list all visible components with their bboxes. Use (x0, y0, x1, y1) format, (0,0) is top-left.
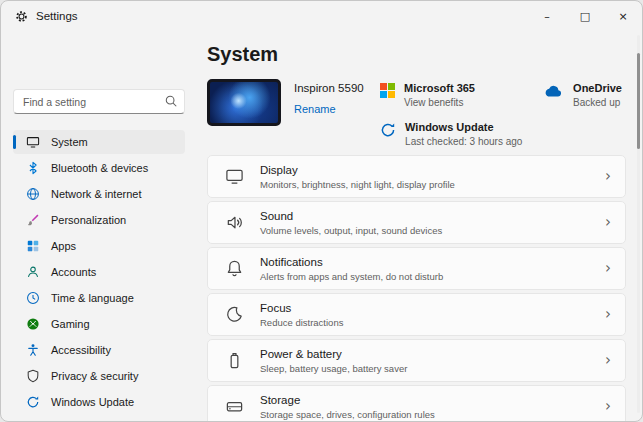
maximize-button[interactable]: □ (566, 1, 604, 31)
personalization-icon (25, 213, 40, 228)
row-focus[interactable]: Focus Reduce distractions › (207, 293, 626, 336)
sidebar-item-bluetooth-devices[interactable]: Bluetooth & devices (13, 156, 185, 180)
device-card: Inspiron 5590 Rename (207, 79, 364, 126)
sidebar: System Bluetooth & devices (1, 31, 197, 421)
selected-indicator (13, 135, 16, 149)
status-text: Windows Update Last checked: 3 hours ago (405, 121, 522, 147)
sidebar-item-label: Gaming (51, 318, 90, 330)
status-title: Microsoft 365 (404, 82, 475, 94)
row-storage[interactable]: Storage Storage space, drives, configura… (207, 385, 626, 422)
power-battery-icon (223, 351, 245, 370)
row-sound[interactable]: Sound Volume levels, output, input, soun… (207, 201, 626, 244)
row-power-battery[interactable]: Power & battery Sleep, battery usage, ba… (207, 339, 626, 382)
notifications-icon (223, 259, 245, 278)
privacy-security-icon (25, 369, 40, 384)
sidebar-item-apps[interactable]: Apps (13, 234, 185, 258)
status-title: OneDrive (573, 82, 622, 94)
sidebar-item-label: Personalization (51, 214, 126, 226)
app-title-group: Settings (15, 10, 78, 23)
sidebar-item-label: Accounts (51, 266, 96, 278)
minimize-button[interactable]: – (528, 1, 566, 31)
sidebar-item-privacy-security[interactable]: Privacy & security (13, 364, 185, 388)
focus-icon (223, 305, 245, 324)
row-title: Focus (260, 302, 605, 314)
sidebar-item-label: Time & language (51, 292, 134, 304)
sidebar-item-label: Apps (51, 240, 76, 252)
status-subtitle: Last checked: 3 hours ago (405, 136, 522, 147)
row-notifications[interactable]: Notifications Alerts from apps and syste… (207, 247, 626, 290)
system-icon (25, 135, 40, 150)
sidebar-item-accessibility[interactable]: Accessibility (13, 338, 185, 362)
microsoft-365-card[interactable]: Microsoft 365 View benefits (380, 82, 530, 108)
search-input[interactable] (13, 89, 185, 114)
sidebar-item-label: Privacy & security (51, 370, 138, 382)
sidebar-item-gaming[interactable]: Gaming (13, 312, 185, 336)
settings-window: Settings – □ × (0, 0, 643, 422)
row-subtitle: Reduce distractions (260, 317, 605, 328)
status-subtitle[interactable]: View benefits (404, 97, 475, 108)
sidebar-item-system[interactable]: System (13, 130, 185, 154)
sidebar-item-network-internet[interactable]: Network & internet (13, 182, 185, 206)
status-title: Windows Update (405, 121, 522, 133)
status-subtitle: Backed up (573, 97, 622, 108)
sidebar-nav: System Bluetooth & devices (13, 130, 185, 414)
windows-update-card[interactable]: Windows Update Last checked: 3 hours ago (380, 121, 530, 147)
app-title: Settings (36, 10, 78, 22)
row-subtitle: Volume levels, output, input, sound devi… (260, 225, 605, 236)
page-header: Inspiron 5590 Rename Microsoft 365 View … (207, 79, 626, 147)
row-text: Notifications Alerts from apps and syste… (260, 256, 605, 282)
apps-icon (25, 239, 40, 254)
sidebar-item-accounts[interactable]: Accounts (13, 260, 185, 284)
gaming-icon (25, 317, 40, 332)
sidebar-item-label: Windows Update (51, 396, 134, 408)
chevron-right-icon: › (605, 261, 611, 276)
status-text: Microsoft 365 View benefits (404, 82, 475, 108)
row-title: Sound (260, 210, 605, 222)
device-name: Inspiron 5590 (294, 82, 364, 94)
row-text: Sound Volume levels, output, input, soun… (260, 210, 605, 236)
row-subtitle: Storage space, drives, configuration rul… (260, 409, 605, 420)
search-box (13, 89, 185, 114)
sidebar-item-label: Network & internet (51, 188, 141, 200)
sidebar-item-windows-update[interactable]: Windows Update (13, 390, 185, 414)
sidebar-item-label: System (51, 136, 88, 148)
row-title: Notifications (260, 256, 605, 268)
network-icon (25, 187, 40, 202)
status-area: Microsoft 365 View benefits OneDrive Bac… (380, 82, 622, 147)
chevron-right-icon: › (605, 353, 611, 368)
scrollbar-track (637, 35, 640, 413)
row-subtitle: Sleep, battery usage, battery saver (260, 363, 605, 374)
time-language-icon (25, 291, 40, 306)
main-content: System Inspiron 5590 Rename Microsoft 36… (197, 31, 642, 421)
row-title: Display (260, 164, 605, 176)
row-subtitle: Alerts from apps and system, do not dist… (260, 271, 605, 282)
row-text: Power & battery Sleep, battery usage, ba… (260, 348, 605, 374)
settings-rows: Display Monitors, brightness, night ligh… (207, 155, 626, 422)
search-icon[interactable] (164, 94, 178, 108)
device-thumbnail (207, 79, 281, 126)
row-title: Storage (260, 394, 605, 406)
row-text: Focus Reduce distractions (260, 302, 605, 328)
status-text: OneDrive Backed up (573, 82, 622, 108)
bluetooth-icon (25, 161, 40, 176)
row-display[interactable]: Display Monitors, brightness, night ligh… (207, 155, 626, 198)
rename-link[interactable]: Rename (294, 103, 336, 115)
sidebar-item-label: Accessibility (51, 344, 111, 356)
close-button[interactable]: × (604, 1, 642, 31)
sidebar-item-personalization[interactable]: Personalization (13, 208, 185, 232)
sidebar-item-time-language[interactable]: Time & language (13, 286, 185, 310)
scrollbar-thumb[interactable] (637, 53, 640, 149)
chevron-right-icon: › (605, 307, 611, 322)
windows-update-icon (25, 395, 40, 410)
chevron-right-icon: › (605, 399, 611, 414)
titlebar: Settings – □ × (1, 1, 642, 31)
onedrive-card[interactable]: OneDrive Backed up (542, 82, 622, 108)
windows-update-icon (380, 122, 396, 138)
sidebar-item-label: Bluetooth & devices (51, 162, 148, 174)
accessibility-icon (25, 343, 40, 358)
chevron-right-icon: › (605, 169, 611, 184)
row-text: Storage Storage space, drives, configura… (260, 394, 605, 420)
storage-icon (223, 397, 245, 416)
page-title: System (207, 41, 626, 67)
row-text: Display Monitors, brightness, night ligh… (260, 164, 605, 190)
